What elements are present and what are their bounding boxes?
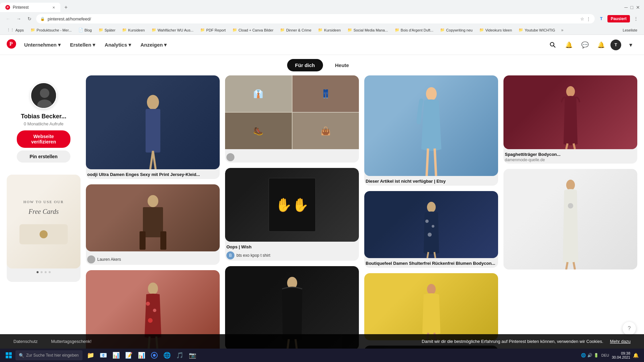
pinterest-logo[interactable]: P — [7, 39, 16, 51]
back-button[interactable]: ← — [4, 15, 12, 23]
taskbar-app-excel[interactable]: 📊 — [110, 349, 122, 361]
pin-source: damenmode-quelle.de — [505, 158, 636, 162]
bookmark-canva[interactable]: 📁 Cload + Canva Bilder — [230, 27, 276, 33]
svg-rect-46 — [9, 356, 12, 358]
account-menu-btn[interactable]: ▾ — [624, 38, 637, 52]
folder-icon: 📁 — [31, 28, 35, 32]
address-box[interactable]: 🔒 pinterest.at/homefeed/ ☆ ⋮ — [36, 14, 595, 23]
pause-button[interactable]: Pausiert — [607, 15, 630, 22]
pin-white-dress[interactable] — [503, 169, 637, 269]
refresh-button[interactable]: ↻ — [25, 15, 34, 23]
more-bookmarks-btn[interactable]: » — [559, 27, 566, 33]
bookmark-label: Apps — [15, 28, 24, 32]
taskbar-app-powerpoint[interactable]: 📊 — [136, 349, 148, 361]
star-icon[interactable]: ☆ — [580, 16, 584, 21]
folder-icon: 📁 — [347, 28, 352, 32]
extensions-icon[interactable]: ⋮ — [586, 16, 591, 21]
start-button[interactable] — [3, 349, 15, 361]
bookmark-copywriting[interactable]: 📁 Copywriting neu — [437, 27, 475, 33]
bookmark-label: Produktsuche - Mer... — [37, 28, 72, 32]
bookmark-produktsuche[interactable]: 📁 Produktsuche - Mer... — [28, 27, 74, 33]
nav-anzeigen-label: Anzeigen — [141, 42, 163, 48]
help-button[interactable]: ? — [623, 322, 636, 335]
notifications-button[interactable]: 🔔 — [562, 38, 576, 52]
nav-erstellen[interactable]: Erstellen ▾ — [66, 39, 99, 51]
cookie-more-link[interactable]: Mehr dazu — [610, 339, 631, 344]
messages-button[interactable]: 💬 — [578, 38, 592, 52]
pin-floral-bodycon[interactable]: Boutiquefeel Damen Shulterfrei Rückenfre… — [364, 191, 498, 268]
nav-analytics-label: Analytics — [105, 42, 127, 48]
bookmark-label: Blog — [85, 28, 92, 32]
taskbar-app-camera[interactable]: 📷 — [186, 349, 199, 361]
pin-info: Oops | Wish B bts exo kpop t shirt — [225, 242, 359, 261]
bookmark-dinner[interactable]: 📁 Dinner & Crime — [277, 27, 314, 33]
battery-icon[interactable]: 🔋 — [594, 353, 599, 358]
dot-2 — [41, 271, 43, 273]
main-nav: P Unternehmen ▾ Erstellen ▾ Analytics ▾ … — [0, 35, 644, 55]
nav-menu: Unternehmen ▾ Erstellen ▾ Analytics ▾ An… — [20, 39, 171, 51]
nav-analytics[interactable]: Analytics ▾ — [101, 39, 135, 51]
taskbar-search[interactable]: 🔍 Zur Suche Text hier eingeben — [15, 350, 83, 360]
bookmark-kursideen1[interactable]: 📁 Kursideen — [119, 27, 148, 33]
close-btn[interactable]: ✕ — [636, 5, 640, 10]
verify-website-button[interactable]: Webseite verifizieren — [17, 130, 70, 148]
tab-fuer-dich[interactable]: Für dich — [287, 59, 323, 71]
nav-unternehmen[interactable]: Unternehmen ▾ — [20, 39, 65, 51]
pin-info: oodji Ultra Damen Enges Sexy mit Print J… — [86, 169, 220, 179]
bookmark-spaeter[interactable]: 📁 Später — [96, 27, 118, 33]
search-button[interactable] — [546, 38, 559, 52]
bookmark-pdf[interactable]: 📁 PDF Report — [198, 27, 228, 33]
pin-outfit-collage[interactable]: 👔 👖 🥾 👜 — [225, 75, 359, 163]
folder-icon: 📁 — [232, 28, 237, 32]
bookmark-wahlfaecher[interactable]: 📁 Wahlfächer WU Aus... — [149, 27, 196, 33]
footer-link[interactable]: Datenschutz — [13, 339, 38, 344]
pin-black-shirt[interactable]: ✋✋ Oops | Wish B bts exo kpop t shirt — [225, 168, 359, 261]
network-icon[interactable]: 🌐 — [581, 353, 586, 358]
bookmark-kursideen2[interactable]: 📁 Kursideen — [315, 27, 343, 33]
active-tab[interactable]: P Pinterest ✕ — [0, 3, 60, 12]
bookmark-socialmedia[interactable]: 📁 Social Media Mana... — [345, 27, 391, 33]
bookmark-blog[interactable]: 📄 Blog — [76, 27, 95, 33]
folder-icon: 📁 — [318, 28, 323, 32]
volume-icon[interactable]: 🔊 — [587, 353, 592, 358]
minimize-btn[interactable]: ─ — [625, 5, 628, 10]
new-tab-button[interactable]: + — [62, 4, 70, 10]
svg-rect-43 — [6, 352, 8, 355]
bookmark-youtube[interactable]: 📁 Youtube WICHTIG — [516, 27, 558, 33]
taskbar-clock[interactable]: 09:38 30.04.2021 — [612, 351, 630, 359]
taskbar-notification-icon[interactable]: 🔔 — [633, 353, 639, 358]
extensions-menu-btn[interactable]: ⋮ — [632, 15, 640, 23]
taskbar-app-chrome[interactable] — [148, 349, 160, 361]
create-pin-button[interactable]: Pin erstellen — [17, 150, 70, 163]
svg-point-16 — [146, 302, 150, 306]
pin-blue-dress[interactable]: Dieser Artikel ist nicht verfügbar | Ets… — [364, 75, 498, 186]
pin-yellow-dress[interactable] — [364, 273, 498, 340]
dot-1 — [37, 271, 39, 273]
tab-close-btn[interactable]: ✕ — [52, 6, 55, 9]
bookmark-bois[interactable]: 📁 Bois d'Argent Duft... — [392, 27, 436, 33]
nav-anzeigen[interactable]: Anzeigen ▾ — [137, 39, 171, 51]
bookmark-leseliste[interactable]: Leseliste — [620, 27, 640, 33]
promo-card[interactable]: HOW TO USE OUR Free Cards — [7, 175, 80, 282]
tab-heute[interactable]: Heute — [327, 59, 357, 71]
pin-oodji[interactable]: oodji Ultra Damen Enges Sexy mit Print J… — [86, 75, 220, 179]
svg-point-11 — [148, 195, 158, 207]
pin-burgundy-dress[interactable]: Spaghettiträger Bodycon... damenmode-que… — [503, 75, 637, 164]
profile-btn[interactable]: T — [597, 15, 605, 23]
taskbar-app-spotify[interactable]: 🎵 — [174, 349, 186, 361]
taskbar-app-edge[interactable]: 🌐 — [161, 349, 173, 361]
activity-button[interactable]: 🔔 — [594, 38, 608, 52]
taskbar-app-files[interactable]: 📁 — [85, 349, 97, 361]
nav-erstellen-label: Erstellen — [70, 42, 91, 48]
user-avatar[interactable]: T — [610, 40, 621, 50]
taskbar-app-word[interactable]: 📝 — [123, 349, 135, 361]
nav-erstellen-arrow: ▾ — [93, 42, 95, 48]
taskbar-app-mail[interactable]: 📧 — [97, 349, 109, 361]
forward-button[interactable]: → — [15, 15, 23, 23]
taskbar-apps: 📁 📧 📊 📝 📊 🌐 🎵 📷 — [85, 349, 199, 361]
bookmark-apps[interactable]: ⋮⋮ Apps — [4, 27, 26, 33]
pin-lauren[interactable]: Lauren Akers — [86, 184, 220, 265]
maximize-btn[interactable]: □ — [631, 5, 633, 10]
svg-line-10 — [153, 151, 156, 169]
bookmark-videokurs[interactable]: 📁 Videokurs Ideen — [477, 27, 515, 33]
